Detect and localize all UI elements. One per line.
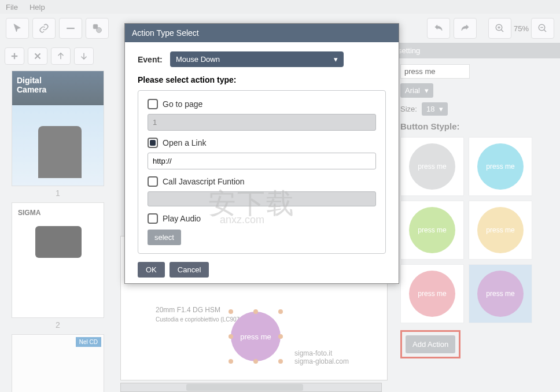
call-js-input[interactable] [148, 191, 376, 206]
open-link-checkbox[interactable] [148, 138, 158, 148]
chevron-down-icon: ▾ [334, 55, 338, 64]
play-audio-checkbox[interactable] [148, 213, 158, 224]
call-js-label: Call Javascript Funtion [163, 177, 245, 186]
open-link-label: Open a Link [163, 138, 207, 147]
action-type-modal: Action Type Select Event: Mouse Down ▾ P… [124, 23, 399, 284]
ok-button[interactable]: OK [138, 262, 165, 278]
action-options-box: Go to page Open a Link Call Javascript F… [138, 90, 386, 254]
event-select[interactable]: Mouse Down ▾ [170, 51, 344, 67]
modal-title: Action Type Select [125, 24, 399, 42]
event-label: Event: [138, 55, 164, 64]
event-select-value: Mouse Down [176, 55, 220, 64]
play-audio-label: Play Audio [163, 214, 201, 223]
goto-page-checkbox[interactable] [148, 99, 158, 109]
call-js-checkbox[interactable] [148, 176, 158, 187]
open-link-input[interactable] [148, 153, 376, 169]
goto-page-input[interactable] [148, 114, 376, 131]
watermark-url: anxz.com [220, 214, 264, 226]
select-audio-button[interactable]: select [148, 230, 181, 245]
action-type-instruction: Please select action type: [138, 75, 386, 84]
goto-page-label: Go to page [163, 99, 202, 109]
cancel-button[interactable]: Cancel [170, 262, 209, 278]
